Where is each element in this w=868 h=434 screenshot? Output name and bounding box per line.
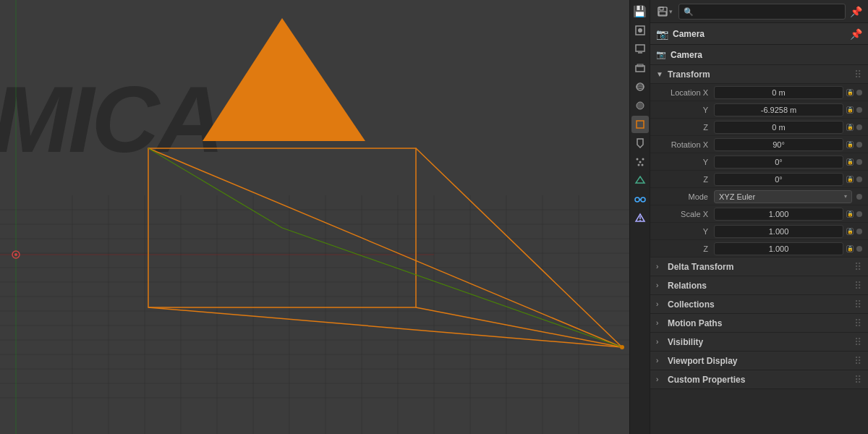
render-properties-button[interactable] [631,22,649,39]
world-properties-button[interactable] [631,97,649,114]
scale-z-label: Z [656,244,714,253]
rotation-y-value[interactable]: 0° [714,156,843,169]
relations-title: Relations [668,281,850,291]
svg-point-40 [620,345,624,349]
rotation-x-anim-dot[interactable] [856,142,862,148]
save-button[interactable]: ▾ [655,5,676,18]
scale-y-lock[interactable]: 🔒 [846,228,854,235]
svg-point-54 [642,158,644,161]
scale-z-value[interactable]: 1.000 [714,242,843,255]
motion-paths-title: Motion Paths [668,318,850,328]
rotation-z-anim-dot[interactable] [856,176,862,182]
object-name-label: Camera [673,29,705,39]
scale-z-anim-dot[interactable] [856,246,862,252]
location-z-anim-dot[interactable] [856,124,862,130]
svg-line-34 [148,307,622,347]
location-x-anim-dot[interactable] [856,90,862,95]
scene-properties-button[interactable] [631,78,649,95]
rotation-z-lock[interactable]: 🔒 [846,176,854,183]
search-input[interactable] [678,4,846,20]
svg-point-38 [12,251,20,258]
scale-x-value[interactable]: 1.000 [714,208,843,221]
3d-viewport[interactable]: MICA [0,0,629,434]
svg-point-52 [636,158,638,161]
svg-point-55 [637,164,639,166]
modifiers-properties-button[interactable] [631,135,649,152]
panel-header: ▾ 📌 [650,0,868,23]
transform-section-header[interactable]: ▼ Transform ⠿ [650,65,868,84]
scale-x-anim-dot[interactable] [856,211,862,217]
location-y-label: Y [656,106,714,114]
pin-button[interactable]: 📌 [848,4,864,19]
location-y-anim-dot[interactable] [856,107,862,113]
svg-point-62 [639,220,641,221]
svg-point-58 [641,197,645,202]
constraints-properties-button[interactable] [631,191,649,208]
collections-section-header[interactable]: › Collections ⠿ [650,295,868,314]
location-x-row: Location X 0 m 🔒 [650,84,868,101]
location-x-label: Location X [656,88,714,97]
rotation-x-row: Rotation X 90° 🔒 [650,136,868,153]
delta-transform-section-header[interactable]: › Delta Transform ⠿ [650,258,868,276]
mode-anim-dot[interactable] [856,194,862,200]
viewport-display-title: Viewport Display [668,356,850,366]
object-properties-button[interactable] [631,116,649,133]
output-properties-button[interactable] [631,41,649,58]
svg-point-39 [14,253,17,256]
svg-point-57 [635,197,639,202]
svg-line-33 [416,148,622,347]
rotation-y-lock[interactable]: 🔒 [846,158,854,166]
location-x-lock[interactable]: 🔒 [846,89,854,96]
location-y-value[interactable]: -6.9258 m [714,103,843,116]
object-data-properties-button[interactable] [631,210,649,227]
mode-dropdown[interactable]: XYZ Euler ▾ [714,190,852,203]
rotation-x-value[interactable]: 90° [714,138,843,151]
visibility-section-header[interactable]: › Visibility ⠿ [650,333,868,352]
transform-dots: ⠿ [854,69,862,80]
scale-x-lock[interactable]: 🔒 [846,210,854,218]
location-z-lock[interactable]: 🔒 [846,124,854,131]
particles-properties-button[interactable] [631,153,649,171]
delta-transform-dots: ⠿ [854,261,862,273]
view-layer-properties-button[interactable] [631,59,649,77]
scale-z-row: Z 1.000 🔒 [650,240,868,258]
pin-object-button[interactable]: 📌 [850,28,862,40]
svg-rect-31 [148,148,416,307]
custom-properties-section-header[interactable]: › Custom Properties ⠿ [650,370,868,389]
rotation-y-row: Y 0° 🔒 [650,153,868,171]
location-x-value[interactable]: 0 m [714,86,843,99]
save-preset-button[interactable]: 💾 [631,3,649,20]
svg-point-50 [637,102,644,109]
location-y-lock[interactable]: 🔒 [846,106,854,114]
svg-rect-64 [660,7,663,10]
location-z-label: Z [656,123,714,132]
physics-properties-button[interactable] [631,172,649,190]
mode-value: XYZ Euler [719,192,755,201]
icon-strip: 💾 [630,0,650,434]
watermark-text: MICA [0,65,221,174]
visibility-title: Visibility [668,337,850,347]
scale-y-anim-dot[interactable] [856,229,862,234]
location-z-value[interactable]: 0 m [714,121,843,134]
svg-point-42 [638,28,642,33]
custom-properties-dots: ⠿ [854,374,862,386]
relations-arrow: › [656,281,663,289]
scale-z-lock[interactable]: 🔒 [846,245,854,252]
triangle-mesh [203,18,365,141]
scale-y-value[interactable]: 1.000 [714,225,843,238]
visibility-dots: ⠿ [854,336,862,348]
viewport-display-section-header[interactable]: › Viewport Display ⠿ [650,352,868,370]
rotation-x-lock[interactable]: 🔒 [846,141,854,148]
rotation-z-value[interactable]: 0° [714,173,843,186]
scale-x-label: Scale X [656,210,714,218]
relations-section-header[interactable]: › Relations ⠿ [650,276,868,295]
motion-paths-section-header[interactable]: › Motion Paths ⠿ [650,314,868,333]
viewport-display-dots: ⠿ [854,355,862,367]
subsection-row[interactable]: 📷 Camera [650,45,868,65]
rotation-y-anim-dot[interactable] [856,159,862,165]
svg-rect-65 [659,12,666,15]
collections-arrow: › [656,300,663,308]
panel-scroll[interactable]: ▼ Transform ⠿ Location X 0 m 🔒 Y -6.9 [650,65,868,434]
location-y-row: Y -6.9258 m 🔒 [650,101,868,119]
properties-panel: 💾 [629,0,868,434]
